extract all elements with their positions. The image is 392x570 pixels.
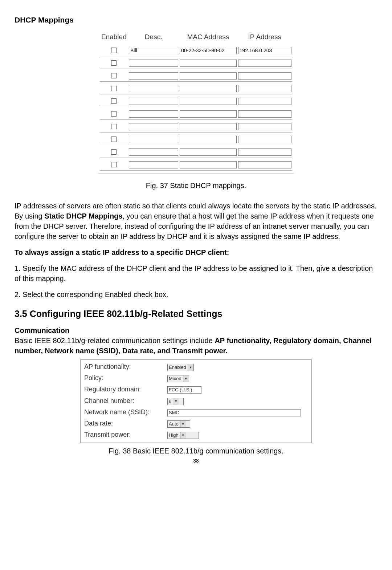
desc-input[interactable]: [129, 98, 178, 105]
select-value: High: [169, 432, 180, 439]
col-header-mac: MAC Address: [179, 32, 237, 44]
input-regulatory-domain[interactable]: FCC (U.S.): [167, 386, 201, 394]
select-policy[interactable]: Mixed ▼: [167, 375, 189, 382]
enabled-checkbox[interactable]: [111, 48, 117, 53]
ip-address-input[interactable]: [238, 110, 291, 118]
enabled-checkbox[interactable]: [111, 111, 117, 117]
label-channel-number: Channel number:: [83, 395, 167, 407]
enabled-checkbox[interactable]: [111, 86, 117, 91]
table-row: [100, 145, 292, 158]
text: Basic IEEE 802.11b/g-related communicati…: [15, 337, 215, 345]
desc-input[interactable]: [129, 123, 178, 130]
mac-address-input[interactable]: [180, 123, 236, 130]
table-row: [100, 44, 292, 56]
page-number: 38: [15, 457, 377, 465]
desc-input[interactable]: [129, 72, 178, 80]
paragraph-static-dhcp-explain: IP addresses of servers are often static…: [15, 201, 377, 241]
table-row: [100, 132, 292, 145]
enabled-checkbox[interactable]: [111, 149, 117, 155]
table-row: [100, 158, 292, 170]
ip-address-input[interactable]: [238, 98, 291, 105]
mac-address-input[interactable]: [180, 136, 236, 143]
select-value: Mixed: [169, 375, 183, 382]
chevron-down-icon: ▼: [183, 375, 189, 382]
chevron-down-icon: ▼: [188, 364, 193, 371]
select-data-rate[interactable]: Auto ▼: [167, 420, 190, 428]
communication-settings-panel: AP functionality: Enabled ▼ Policy: Mixe…: [80, 359, 312, 443]
select-channel-number[interactable]: 6 ▼: [167, 398, 184, 405]
ip-address-input[interactable]: [238, 161, 291, 168]
table-row: [100, 56, 292, 69]
ip-address-input[interactable]: [238, 123, 291, 130]
ip-address-input[interactable]: [238, 60, 291, 67]
select-transmit-power[interactable]: High ▼: [167, 432, 199, 439]
subheading-communication: Communication: [15, 326, 69, 334]
ip-address-input[interactable]: [238, 47, 291, 54]
input-ssid[interactable]: SMC: [167, 409, 301, 416]
chevron-down-icon: ▼: [180, 432, 186, 439]
step-1: 1. Specify the MAC address of the DHCP c…: [15, 263, 377, 284]
table-row: [100, 94, 292, 107]
step-2: 2. Select the corresponding Enabled chec…: [15, 289, 377, 300]
table-row: [100, 119, 292, 132]
label-transmit-power: Transmit power:: [83, 429, 167, 440]
label-policy: Policy:: [83, 372, 167, 384]
text-bold: Static DHCP Mappings: [44, 212, 122, 220]
mac-address-input[interactable]: [180, 85, 236, 92]
heading-dhcp-mappings: DHCP Mappings: [15, 15, 377, 25]
ip-address-input[interactable]: [238, 136, 291, 143]
chevron-down-icon: ▼: [180, 421, 186, 427]
desc-input[interactable]: [129, 85, 178, 92]
table-row: [100, 107, 292, 119]
chevron-down-icon: ▼: [173, 398, 179, 405]
mac-address-input[interactable]: [180, 110, 236, 118]
enabled-checkbox[interactable]: [111, 73, 117, 78]
heading-3-5: 3.5 Configuring IEEE 802.11b/g-Related S…: [15, 308, 377, 320]
paragraph-communication: Communication Basic IEEE 802.11b/g-relat…: [15, 325, 377, 356]
ip-address-input[interactable]: [238, 72, 291, 80]
label-regulatory-domain: Regulatory domain:: [83, 384, 167, 395]
desc-input[interactable]: [129, 148, 178, 156]
paragraph-instruction-heading: To always assign a static IP address to …: [15, 247, 377, 257]
select-value: Auto: [169, 421, 180, 427]
mac-address-input[interactable]: [180, 148, 236, 156]
desc-input[interactable]: [129, 136, 178, 143]
label-data-rate: Data rate:: [83, 418, 167, 429]
table-row: [100, 69, 292, 81]
col-header-enabled: Enabled: [100, 32, 128, 44]
dhcp-mappings-table: Enabled Desc. MAC Address IP Address: [100, 32, 292, 171]
label-ssid: Network name (SSID):: [83, 407, 167, 418]
select-value: 6: [169, 398, 173, 405]
enabled-checkbox[interactable]: [111, 162, 117, 167]
ip-address-input[interactable]: [238, 148, 291, 156]
enabled-checkbox[interactable]: [111, 137, 117, 142]
figure-37-caption: Fig. 37 Static DHCP mappings.: [15, 180, 377, 191]
enabled-checkbox[interactable]: [111, 98, 117, 104]
label-ap-functionality: AP functionality:: [83, 361, 167, 372]
desc-input[interactable]: [129, 110, 178, 118]
desc-input[interactable]: [129, 161, 178, 168]
desc-input[interactable]: [129, 60, 178, 67]
mac-address-input[interactable]: [180, 47, 236, 54]
ip-address-input[interactable]: [238, 85, 291, 92]
col-header-desc: Desc.: [128, 32, 179, 44]
desc-input[interactable]: [129, 47, 178, 54]
mac-address-input[interactable]: [180, 161, 236, 168]
select-ap-functionality[interactable]: Enabled ▼: [167, 364, 194, 371]
table-row: [100, 81, 292, 94]
enabled-checkbox[interactable]: [111, 60, 117, 66]
dhcp-mappings-table-container: Enabled Desc. MAC Address IP Address: [98, 29, 294, 174]
mac-address-input[interactable]: [180, 60, 236, 67]
mac-address-input[interactable]: [180, 98, 236, 105]
col-header-ip: IP Address: [237, 32, 292, 44]
select-value: Enabled: [169, 364, 188, 371]
enabled-checkbox[interactable]: [111, 124, 117, 129]
figure-38-caption: Fig. 38 Basic IEEE 802.11b/g communicati…: [15, 446, 377, 456]
mac-address-input[interactable]: [180, 72, 236, 80]
